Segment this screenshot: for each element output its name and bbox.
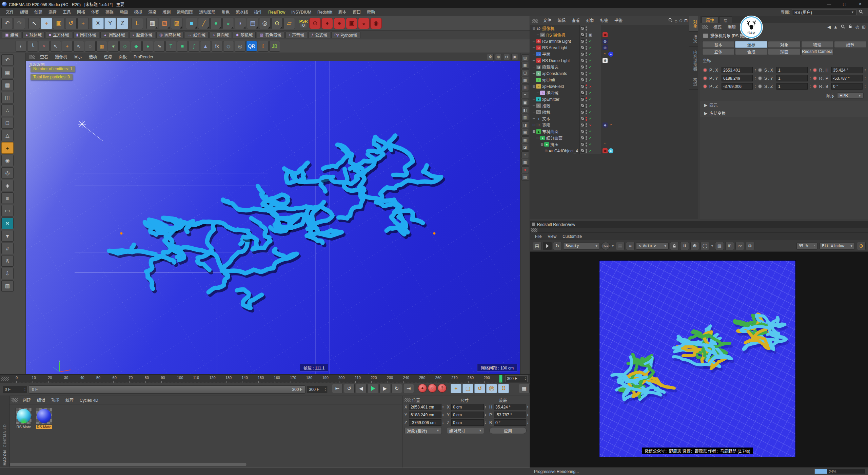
collapse-icon[interactable]: ⊟ <box>540 142 544 146</box>
panel-handle-icon[interactable] <box>532 19 538 23</box>
lock-icon[interactable] <box>848 24 853 30</box>
collapsed-section-冻结变换[interactable]: ▶冻结变换 <box>700 109 868 117</box>
toggle-view-icon[interactable]: ▣ <box>511 54 518 60</box>
coordinate-field[interactable]: 1 <box>776 67 808 73</box>
attr-tab-基本[interactable]: 基本 <box>702 41 734 48</box>
qr-generator-icon[interactable]: QR <box>246 41 257 52</box>
loop-button[interactable]: ↻ <box>391 384 402 393</box>
phong-tag-icon[interactable]: ∵ <box>603 142 608 147</box>
attr-tab-对象[interactable]: 对象 <box>768 41 800 48</box>
render-visibility-dot[interactable] <box>586 74 587 76</box>
select-points-icon[interactable]: ↖ <box>50 41 61 52</box>
target-tag-icon[interactable]: ◎ <box>603 45 608 50</box>
collapse-icon[interactable]: ⊟ <box>536 136 540 140</box>
minimize-button[interactable]: — <box>821 0 837 8</box>
menu-item-过滤[interactable]: 过滤 <box>100 53 115 61</box>
spinner-icon[interactable]: ▴▾ <box>865 85 866 88</box>
check-state-icon[interactable]: ✓ <box>588 116 592 121</box>
position-x-field[interactable]: 2653.401 cm <box>409 404 441 410</box>
visibility-dots[interactable] <box>586 91 587 95</box>
object-row-克隆[interactable]: ⊞∷克隆×◆∵ <box>530 122 689 128</box>
render-visibility-dot[interactable] <box>586 55 587 56</box>
check-state-icon[interactable]: ✓ <box>588 97 592 101</box>
menu-item-运动跟踪[interactable]: 运动跟踪 <box>174 8 196 16</box>
spline-arc-icon[interactable]: ∿ <box>154 41 165 52</box>
expand-icon[interactable]: ⊞ <box>532 123 536 127</box>
region-circle-icon[interactable]: ◯ <box>701 242 709 250</box>
layer-toggle-icon[interactable] <box>581 142 585 146</box>
layer-toggle-icon[interactable] <box>581 130 585 133</box>
menu-item-纹理[interactable]: 纹理 <box>62 396 77 404</box>
rs-object-icon[interactable]: ◉ <box>370 18 382 29</box>
order-dropdown[interactable]: HPB ▼ <box>837 92 864 99</box>
zoom-view-icon[interactable]: ⊕ <box>495 54 502 60</box>
editor-visibility-dot[interactable] <box>586 52 587 54</box>
visibility-dots[interactable] <box>586 78 587 82</box>
editor-visibility-dot[interactable] <box>586 110 587 112</box>
spinner-icon[interactable]: ▴▾ <box>527 413 528 417</box>
spinner-icon[interactable]: ▴▾ <box>865 69 866 72</box>
menu-item-Customize[interactable]: Customize <box>559 232 585 241</box>
timeline-handle-icon[interactable] <box>1 377 9 381</box>
wire-sphere-icon[interactable]: ◎ <box>235 41 245 52</box>
visibility-dots[interactable] <box>586 59 587 63</box>
xpresso-tag-icon[interactable]: ◆ <box>603 122 608 128</box>
editor-visibility-dot[interactable] <box>586 130 587 131</box>
picture-viewer-icon[interactable]: PV <box>735 242 744 250</box>
layer-toggle-icon[interactable] <box>581 46 585 50</box>
render-visibility-dot[interactable] <box>586 145 587 147</box>
panel-handle-icon[interactable] <box>29 55 35 59</box>
check-state-icon[interactable]: ✓ <box>588 78 592 82</box>
menu-item-脚本[interactable]: 脚本 <box>335 8 350 16</box>
object-row-细分曲面[interactable]: ⊟●细分曲面✓ <box>530 135 689 141</box>
toggle-scale-button[interactable]: ▢ <box>462 384 473 393</box>
editor-visibility-dot[interactable] <box>586 59 587 60</box>
side-tab-内容浏览器[interactable]: 内容浏览器 <box>689 47 698 74</box>
object-row-推散[interactable]: ─∴推散✓ <box>530 102 689 109</box>
frame-range-slider[interactable]: 0 F 300 F <box>29 385 305 394</box>
layer-toggle-icon[interactable] <box>581 117 585 120</box>
panel-handle-icon[interactable] <box>702 25 708 29</box>
menu-item-文件[interactable]: 文件 <box>3 8 17 16</box>
field-button-线性域[interactable]: ↔线性域 <box>185 32 209 38</box>
model-mode-icon[interactable]: ▦ <box>1 67 14 78</box>
primitive-cube-icon[interactable]: ■ <box>186 18 197 29</box>
text-spline-icon[interactable]: T <box>165 41 176 52</box>
check-state-icon[interactable]: ✓ <box>588 45 592 50</box>
view-option-12-icon[interactable]: ◪ <box>521 144 529 151</box>
rotate-view-icon[interactable]: ↺ <box>503 54 510 60</box>
view-option-9-icon[interactable]: ◨ <box>521 121 529 128</box>
spinner-icon[interactable]: ▴▾ <box>485 405 486 409</box>
dome-tag-icon[interactable]: ⊖ <box>603 58 608 63</box>
phong-tag-icon[interactable]: ∵ <box>603 52 608 57</box>
field-button-公式域[interactable]: ƒ公式域 <box>308 32 330 38</box>
layer-toggle-icon[interactable] <box>581 149 585 153</box>
timeline-end-frame[interactable]: 300 F ▴▾ <box>505 375 528 382</box>
rs-sun-icon[interactable]: ● <box>334 18 345 29</box>
spinner-icon[interactable]: ▴▾ <box>24 388 25 391</box>
layer-toggle-icon[interactable] <box>581 52 585 56</box>
check-state-icon[interactable]: ✓ <box>588 129 592 134</box>
field-button-径向域[interactable]: ◑径向域 <box>210 32 232 38</box>
editor-visibility-dot[interactable] <box>586 65 587 67</box>
rotation-b-field[interactable]: 0 ° <box>494 419 526 426</box>
crop-region-icon[interactable]: ⌗ <box>626 242 635 250</box>
coordinate-field[interactable]: 35.424 ° <box>831 67 863 73</box>
lattice-icon[interactable]: ◇ <box>223 41 234 52</box>
layer-toggle-icon[interactable] <box>581 72 585 75</box>
object-row-xpEmitter[interactable]: ─∗xpEmitter✓ <box>530 96 689 102</box>
render-visibility-dot[interactable] <box>586 151 587 153</box>
keyframe-dot-icon[interactable] <box>758 84 762 89</box>
gear-icon[interactable] <box>857 242 866 250</box>
render-visibility-dot[interactable] <box>586 87 587 89</box>
render-picture-viewer-icon[interactable]: ▧ <box>159 18 170 29</box>
rotate-tool-icon[interactable]: ↺ <box>65 18 77 29</box>
search-icon[interactable] <box>668 18 673 23</box>
view-option-1-icon[interactable]: ▦ <box>521 62 529 69</box>
circle-points-icon[interactable]: ◌ <box>85 41 96 52</box>
chevron-down-icon[interactable]: ▼ <box>611 244 614 248</box>
view-option-16-icon[interactable]: ▨ <box>521 174 529 180</box>
menu-item-选项[interactable]: 选项 <box>85 53 100 61</box>
visibility-dots[interactable] <box>586 136 587 140</box>
keyframe-dot-icon[interactable] <box>703 68 707 72</box>
